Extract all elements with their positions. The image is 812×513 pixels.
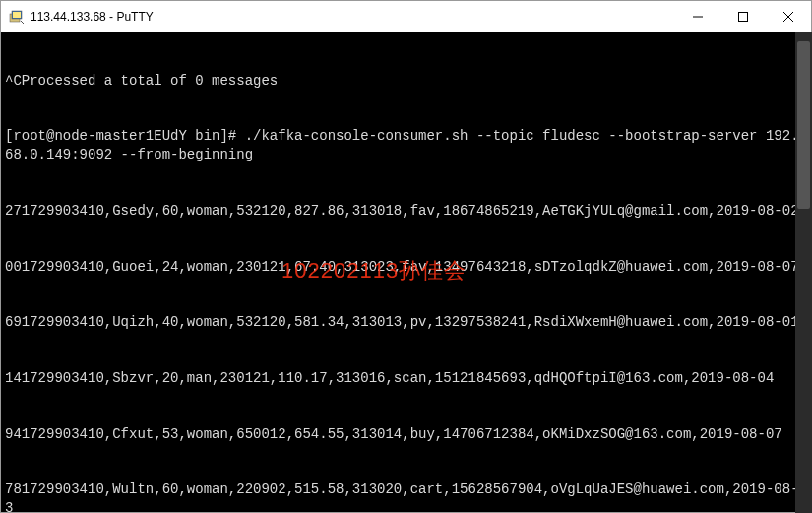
terminal-line: 781729903410,Wultn,60,woman,220902,515.5… (5, 481, 807, 512)
window-controls (675, 1, 811, 32)
terminal-area[interactable]: ^CProcessed a total of 0 messages [root@… (1, 32, 811, 512)
terminal-line: ^CProcessed a total of 0 messages (5, 72, 807, 91)
titlebar[interactable]: 113.44.133.68 - PuTTY (1, 1, 811, 32)
svg-line-3 (21, 21, 24, 24)
terminal-line: 941729903410,Cfxut,53,woman,650012,654.5… (5, 425, 807, 444)
svg-rect-5 (739, 13, 748, 22)
close-button[interactable] (766, 1, 811, 32)
terminal-line: 271729903410,Gsedy,60,woman,532120,827.8… (5, 202, 807, 221)
terminal-line: [root@node-master1EUdY bin]# ./kafka-con… (5, 127, 807, 164)
minimize-button[interactable] (675, 1, 720, 32)
putty-icon (9, 9, 25, 25)
scrollbar-track[interactable] (795, 32, 812, 513)
scrollbar-thumb[interactable] (797, 41, 810, 209)
app-window: 113.44.133.68 - PuTTY ^CProcessed a tota… (0, 0, 812, 513)
terminal-line: 691729903410,Uqizh,40,woman,532120,581.3… (5, 313, 807, 332)
maximize-button[interactable] (720, 1, 766, 32)
terminal-line: 141729903410,Sbzvr,20,man,230121,110.17,… (5, 369, 807, 388)
svg-rect-2 (13, 12, 21, 18)
terminal-line: 001729903410,Guoei,24,woman,230121,67.40… (5, 258, 807, 277)
window-title: 113.44.133.68 - PuTTY (31, 10, 675, 24)
